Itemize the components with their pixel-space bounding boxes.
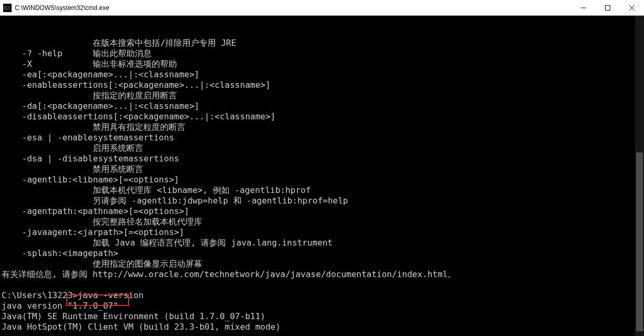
window-titlebar: C:\ C:\WINDOWS\system32\cmd.exe (0, 0, 644, 16)
svg-rect-4 (606, 5, 610, 10)
terminal-line: 有关详细信息, 请参阅 http://www.oracle.com/techne… (2, 269, 642, 280)
vertical-scrollbar[interactable] (635, 16, 644, 336)
terminal-line: 禁用系统断言 (2, 164, 642, 175)
terminal-line: 按指定的粒度启用断言 (2, 90, 642, 101)
scrollbar-thumb[interactable] (636, 152, 643, 331)
window-title: C:\WINDOWS\system32\cmd.exe (15, 4, 571, 12)
terminal-line: 按完整路径名加载本机代理库 (2, 217, 642, 227)
terminal-line (2, 332, 642, 336)
terminal-line: -ea[:<packagename>...|:<classname>] (2, 69, 642, 80)
terminal-line: -disableassertions[:<packagename>...|:<c… (2, 111, 642, 122)
terminal-line: Java(TM) SE Runtime Environment (build 1… (2, 311, 642, 322)
cmd-icon: C:\ (3, 4, 12, 12)
terminal-line (2, 280, 642, 290)
terminal-line: C:\Users\13223>java -version (2, 290, 642, 301)
terminal-line: -X 输出非标准选项的帮助 (2, 59, 642, 69)
terminal-line: 禁用具有指定粒度的断言 (2, 122, 642, 133)
terminal-line: -? -help 输出此帮助消息 (2, 48, 642, 59)
terminal-output[interactable]: 在版本搜索中包括/排除用户专用 JRE -? -help 输出此帮助消息 -X … (0, 16, 644, 336)
terminal-line: -enableassertions[:<packagename>...|:<cl… (2, 80, 642, 90)
terminal-line: -splash:<imagepath> (2, 248, 642, 259)
terminal-line: -javaagent:<jarpath>[=<options>] (2, 227, 642, 238)
terminal-line: 加载 Java 编程语言代理, 请参阅 java.lang.instrument (2, 238, 642, 248)
terminal-line: 启用系统断言 (2, 143, 642, 154)
terminal-line: 在版本搜索中包括/排除用户专用 JRE (2, 38, 642, 48)
terminal-line: Java HotSpot(TM) Client VM (build 23.3-b… (2, 322, 642, 332)
maximize-button[interactable] (596, 0, 620, 15)
terminal-line: -esa | -enablesystemassertions (2, 133, 642, 143)
terminal-line: 使用指定的图像显示启动屏幕 (2, 259, 642, 269)
window-controls (571, 0, 644, 15)
terminal-line: 加载本机代理库 <libname>, 例如 -agentlib:hprof (2, 185, 642, 196)
close-button[interactable] (620, 0, 644, 15)
svg-text:C:\: C:\ (4, 5, 11, 11)
terminal-line: -agentpath:<pathname>[=<options>] (2, 206, 642, 217)
terminal-line: java version "1.7.0_07" (2, 301, 642, 311)
terminal-line: 另请参阅 -agentlib:jdwp=help 和 -agentlib:hpr… (2, 196, 642, 206)
terminal-line: -da[:<packagename>...|:<classname>] (2, 101, 642, 111)
minimize-button[interactable] (571, 0, 596, 15)
terminal-line: -agentlib:<libname>[=<options>] (2, 175, 642, 185)
terminal-line: -dsa | -disablesystemassertions (2, 154, 642, 164)
